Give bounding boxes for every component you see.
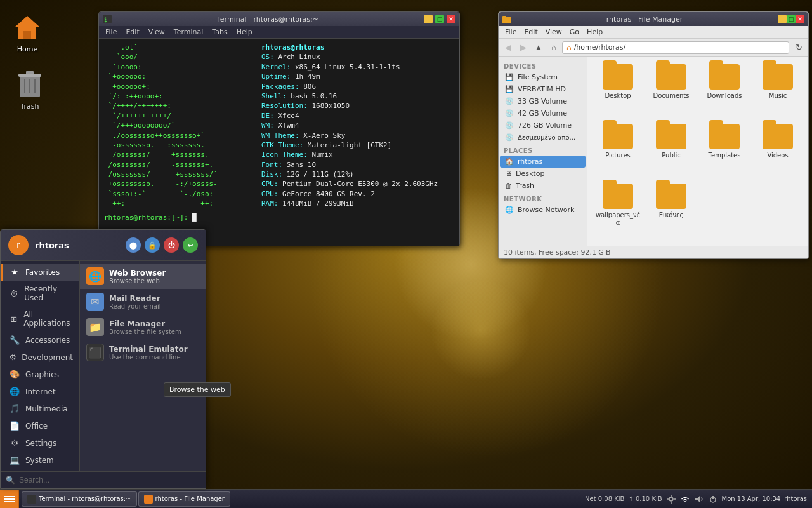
folder-downloads-icon — [709, 64, 740, 90]
menu-cat-graphics[interactable]: 🎨 Graphics — [1, 366, 79, 383]
fm-forward-button[interactable]: ▶ — [516, 41, 530, 55]
fm-sidebar-trash[interactable]: 🗑 Trash — [500, 180, 586, 192]
reserved-icon: 💿 — [505, 133, 514, 142]
tray-wifi-icon[interactable] — [680, 494, 690, 504]
fm-sidebar-verbatim[interactable]: 💾 VERBATIM HD — [500, 83, 586, 95]
menu-cat-settings[interactable]: ⚙ Settings — [1, 434, 79, 451]
terminal-menu-tabs[interactable]: Tabs — [208, 27, 231, 37]
taskbar-menu-button[interactable] — [0, 490, 19, 509]
fm-back-button[interactable]: ◀ — [501, 41, 515, 55]
terminal-menu-terminal[interactable]: Terminal — [170, 27, 207, 37]
verbatim-label: VERBATIM HD — [518, 85, 566, 93]
fm-home-button[interactable]: ⌂ — [547, 41, 561, 55]
folder-templates[interactable]: Templates — [699, 121, 750, 178]
desktop-icon-home[interactable]: Home — [5, 10, 49, 56]
folder-downloads-label: Downloads — [707, 92, 742, 100]
taskbar-item-terminal[interactable]: Terminal - rhtoras@rhtoras:~ — [22, 491, 137, 507]
folder-downloads[interactable]: Downloads — [699, 62, 750, 119]
filesystem-label: File System — [518, 73, 558, 81]
menu-categories: ★ Favorites ⏱ Recently Used ⊞ All Applic… — [1, 261, 80, 471]
filemanager-close-button[interactable]: ✕ — [796, 15, 804, 23]
taskbar-item-filemanager[interactable]: rhtoras - File Manager — [138, 491, 230, 507]
menu-cat-multimedia[interactable]: 🎵 Multimedia — [1, 400, 79, 417]
terminal-menu-file[interactable]: File — [102, 27, 121, 37]
folder-documents-icon — [656, 64, 686, 90]
folder-pictures[interactable]: Pictures — [593, 121, 643, 178]
folder-documents[interactable]: Documents — [646, 62, 697, 119]
fm-menu-edit[interactable]: Edit — [520, 27, 541, 37]
terminal-titlebar: $ Terminal - rhtoras@rhtoras:~ _ □ ✕ — [99, 12, 459, 26]
fm-sidebar-filesystem[interactable]: 💾 File System — [500, 71, 586, 83]
menu-app-terminal[interactable]: ⬛ Terminal Emulator Use the command line — [80, 340, 206, 365]
disk42-icon: 💿 — [505, 109, 514, 117]
menu-search-input[interactable] — [19, 476, 200, 485]
terminal-body[interactable]: .ot` `ooo/ `+oooo: `+oooooo: +oooooo+: `… — [99, 39, 459, 246]
filemanager-minimize-button[interactable]: _ — [778, 15, 787, 23]
menu-cat-internet[interactable]: 🌐 Internet — [1, 383, 79, 400]
menu-cat-recently[interactable]: ⏱ Recently Used — [1, 281, 79, 306]
svg-rect-14 — [4, 501, 15, 502]
browse-network-label: Browse Network — [518, 206, 574, 214]
fm-devices-header: DEVICES — [499, 59, 587, 71]
menu-cat-favorites[interactable]: ★ Favorites — [1, 264, 79, 281]
fm-sidebar-browse-network[interactable]: 🌐 Browse Network — [500, 204, 586, 216]
folder-public[interactable]: Public — [646, 121, 697, 178]
fm-sidebar-rhtoras[interactable]: 🏠 rhtoras — [500, 156, 586, 168]
menu-cat-all[interactable]: ⊞ All Applications — [1, 306, 79, 331]
fm-menu-view[interactable]: View — [542, 27, 566, 37]
svg-rect-1 — [23, 31, 31, 39]
menu-cat-office[interactable]: 📄 Office — [1, 417, 79, 434]
webbrowser-name: Web Browser — [109, 269, 199, 277]
menu-cat-development[interactable]: ⚙ Development — [1, 349, 79, 366]
fm-menu-help[interactable]: Help — [583, 27, 606, 37]
menu-app-webbrowser[interactable]: 🌐 Web Browser Browse the web — [80, 264, 206, 289]
fm-menu-file[interactable]: File — [501, 27, 520, 37]
terminal-menu-view[interactable]: View — [145, 27, 169, 37]
verbatim-icon: 💾 — [505, 85, 514, 93]
fm-menu-go[interactable]: Go — [566, 27, 583, 37]
menu-app-filemanager[interactable]: 📁 File Manager Browse the file system — [80, 314, 206, 340]
menu-body: ★ Favorites ⏱ Recently Used ⊞ All Applic… — [1, 261, 206, 471]
fm-sidebar-42gb[interactable]: 💿 42 GB Volume — [500, 107, 586, 119]
tray-settings-icon[interactable] — [666, 494, 676, 504]
menu-search-bar: 🔍 — [1, 471, 206, 488]
fm-sidebar-reserved[interactable]: 💿 Δεσμευμένο από... — [500, 131, 586, 144]
menu-lock-button[interactable]: 🔒 — [145, 237, 160, 253]
filemanager-maximize-button[interactable]: □ — [787, 15, 796, 23]
terminal-minimize-button[interactable]: _ — [424, 15, 433, 23]
folder-videos[interactable]: Videos — [752, 121, 803, 178]
folder-music[interactable]: Music — [752, 62, 803, 119]
rhtoras-place-label: rhtoras — [518, 157, 542, 166]
folder-desktop[interactable]: Desktop — [593, 62, 643, 119]
menu-logout-button[interactable]: ↩ — [183, 237, 198, 253]
folder-wallpapers[interactable]: wallpapers_νέα — [593, 181, 643, 238]
fm-up-button[interactable]: ▲ — [532, 41, 546, 55]
menu-screen-button[interactable]: ⬤ — [126, 237, 141, 253]
folder-videos-label: Videos — [767, 152, 788, 159]
tray-volume-icon[interactable] — [694, 494, 704, 504]
terminal-menu-help[interactable]: Help — [233, 27, 256, 37]
desktop-icon-trash[interactable]: Trash — [8, 67, 52, 113]
menu-cat-favorites-label: Favorites — [25, 268, 60, 277]
fm-refresh-button[interactable]: ↻ — [792, 41, 806, 55]
menu-cat-all-label: All Applications — [23, 310, 73, 328]
folder-eikones-icon — [656, 184, 686, 209]
fm-sidebar-33gb[interactable]: 💿 33 GB Volume — [500, 95, 586, 107]
menu-app-mailreader[interactable]: ✉ Mail Reader Read your email — [80, 289, 206, 314]
fm-sidebar-desktop[interactable]: 🖥 Desktop — [500, 168, 586, 180]
taskbar-filemanager-label: rhtoras - File Manager — [155, 495, 225, 502]
menu-cat-accessories[interactable]: 🔧 Accessories — [1, 331, 79, 349]
fm-sidebar-726gb[interactable]: 💿 726 GB Volume — [500, 119, 586, 131]
office-icon: 📄 — [9, 421, 20, 431]
terminal-maximize-button[interactable]: □ — [435, 15, 444, 23]
fm-places-header: PLACES — [499, 144, 587, 156]
terminal-close-button[interactable]: ✕ — [447, 15, 455, 23]
menu-power-button[interactable]: ⏻ — [164, 237, 179, 253]
folder-templates-label: Templates — [709, 152, 741, 159]
terminal-info: Terminal Emulator Use the command line — [109, 345, 199, 361]
trash-place-icon: 🗑 — [505, 182, 512, 190]
menu-cat-system[interactable]: 💻 System — [1, 451, 79, 469]
tray-power-icon[interactable] — [708, 494, 718, 504]
folder-eikones[interactable]: Εικόνες — [646, 181, 697, 238]
terminal-menu-edit[interactable]: Edit — [122, 27, 143, 37]
